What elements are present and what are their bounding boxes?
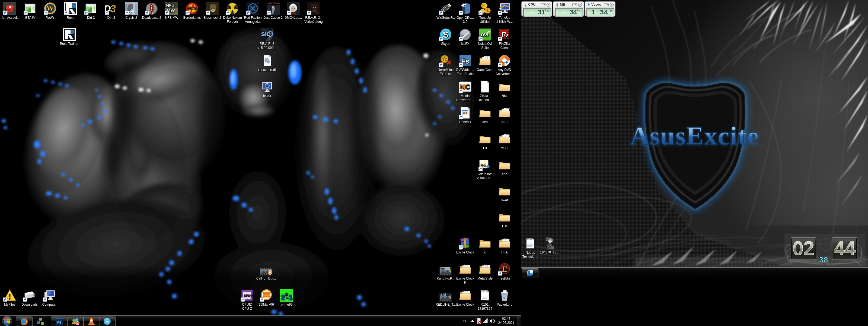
svg-text:SIX: SIX [441,267,445,270]
svg-text:02: 02 [793,238,814,259]
svg-text:2: 2 [281,293,285,301]
svg-text:CPU·Z: CPU·Z [244,294,253,297]
svg-text:C: C [465,83,470,90]
svg-text:AsusExcite: AsusExcite [630,121,759,150]
svg-text:++: ++ [480,163,486,167]
svg-text:S: S [443,30,448,40]
svg-text:-1: -1 [286,293,292,301]
svg-text:NFS: NFS [166,3,175,8]
svg-text:44: 44 [834,238,856,259]
svg-text:S: S [105,318,109,324]
svg-text:Ps: Ps [56,320,61,324]
svg-text:i: i [267,84,268,88]
svg-text:JUST CAUSE 2: JUST CAUSE 2 [268,2,280,5]
svg-text:BORDERLANDS: BORDERLANDS [187,7,197,9]
svg-text:E: E [502,264,507,273]
svg-text:38: 38 [819,255,828,264]
